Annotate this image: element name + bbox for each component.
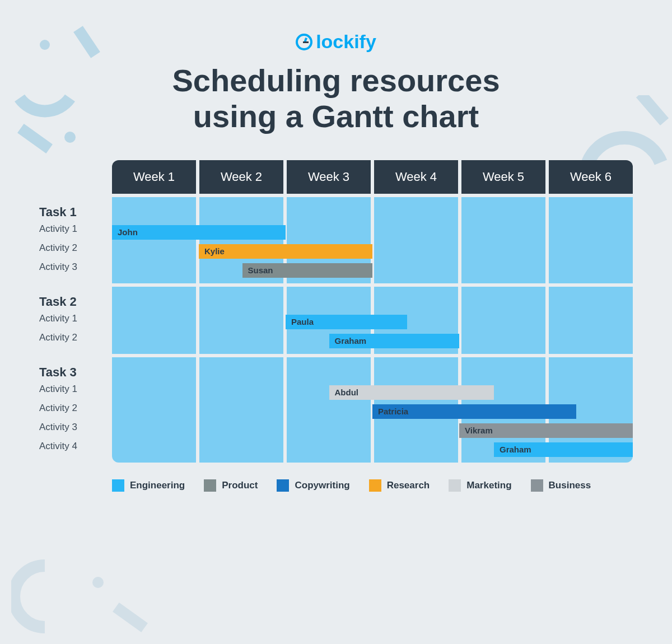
gantt-bar-label: Patricia: [378, 407, 408, 416]
column-header: Week 4: [374, 160, 458, 194]
activity-label: Activity 2: [39, 239, 112, 258]
gantt-bar: Paula: [286, 315, 407, 329]
grid-cell: [461, 287, 545, 354]
legend-label: Product: [222, 480, 258, 491]
legend-label: Marketing: [466, 480, 511, 491]
grid-cell: [461, 197, 545, 283]
legend-swatch: [277, 479, 289, 492]
page-title: Scheduling resources using a Gantt chart: [0, 63, 672, 135]
gantt-bar-label: Graham: [500, 445, 531, 454]
gantt-bar-label: Abdul: [335, 388, 359, 397]
gantt-bar: Kylie: [199, 244, 372, 259]
legend-item: Business: [531, 479, 591, 492]
activity-label: Activity 4: [39, 437, 112, 456]
title-line-1: Scheduling resources: [0, 63, 672, 99]
grid-cell: [549, 287, 633, 354]
grid-cell: [112, 357, 196, 463]
legend-label: Copywriting: [295, 480, 349, 491]
grid-cell: [549, 197, 633, 283]
legend-label: Business: [549, 480, 591, 491]
task-label: Task 3: [39, 357, 112, 380]
task-label: Task 1: [39, 197, 112, 220]
grid-cell: [199, 287, 283, 354]
legend-item: Copywriting: [277, 479, 349, 492]
legend-swatch: [449, 479, 461, 492]
column-header: Week 6: [549, 160, 633, 194]
decor-bottom-left: [11, 549, 157, 638]
activity-label: Activity 3: [39, 418, 112, 437]
activity-label: Activity 3: [39, 258, 112, 277]
legend-swatch: [531, 479, 543, 492]
gantt-chart: Week 1Week 2Week 3Week 4Week 5Week 6 Tas…: [39, 160, 633, 463]
gantt-bar: Patricia: [372, 404, 576, 419]
legend-item: Research: [369, 479, 430, 492]
activity-label: Activity 2: [39, 399, 112, 418]
gantt-bar: John: [112, 225, 286, 240]
legend-label: Research: [387, 480, 430, 491]
activity-label: Activity 2: [39, 328, 112, 347]
legend-item: Product: [204, 479, 258, 492]
task-label: Task 2: [39, 287, 112, 309]
activity-label: Activity 1: [39, 380, 112, 399]
grid-cell: [287, 357, 371, 463]
gantt-bar-label: Vikram: [465, 426, 493, 435]
gantt-bar: Graham: [494, 442, 633, 457]
grid-cell: [112, 287, 196, 354]
legend-item: Engineering: [112, 479, 185, 492]
gantt-bar: Abdul: [329, 385, 494, 400]
clock-icon: [296, 34, 312, 50]
gantt-bar-label: Susan: [248, 265, 273, 275]
gantt-bar-label: Kylie: [204, 246, 225, 256]
svg-point-3: [92, 577, 104, 588]
column-header: Week 3: [287, 160, 371, 194]
brand-header: lockify: [0, 0, 672, 53]
gantt-bar: Vikram: [459, 423, 633, 438]
activity-label: Activity 1: [39, 220, 112, 239]
grid-cell: [112, 197, 196, 283]
legend-item: Marketing: [449, 479, 511, 492]
legend-swatch: [112, 479, 124, 492]
activity-label: Activity 1: [39, 309, 112, 328]
gantt-bar-label: John: [118, 227, 138, 237]
brand-text: lockify: [316, 31, 376, 53]
gantt-bar-label: Graham: [335, 336, 367, 346]
column-header: Week 5: [461, 160, 545, 194]
column-header: Week 2: [199, 160, 283, 194]
title-line-2: using a Gantt chart: [0, 99, 672, 134]
legend: EngineeringProductCopywritingResearchMar…: [112, 479, 633, 492]
legend-label: Engineering: [130, 480, 185, 491]
grid-cell: [199, 357, 283, 463]
legend-swatch: [369, 479, 381, 492]
grid-cell: [374, 197, 458, 283]
column-header: Week 1: [112, 160, 196, 194]
gantt-bar: Graham: [329, 334, 460, 348]
legend-swatch: [204, 479, 216, 492]
gantt-bar-label: Paula: [291, 317, 314, 326]
gantt-bar: Susan: [242, 263, 373, 278]
brand-name: lockify: [296, 31, 376, 53]
